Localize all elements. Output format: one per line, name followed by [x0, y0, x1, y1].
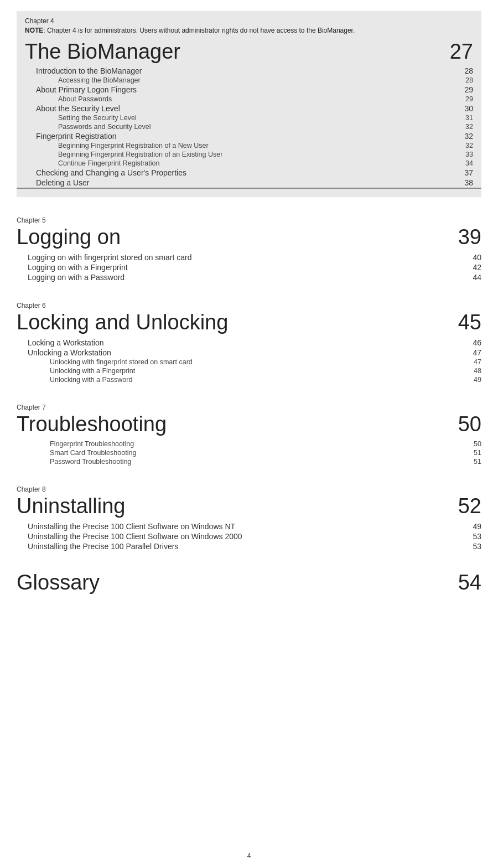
toc-entry: Fingerprint Registration 32 [25, 131, 473, 141]
toc-entry: Logging on with fingerprint stored on sm… [17, 252, 481, 262]
chapter5-page: 39 [458, 225, 481, 249]
chapter6-title: Locking and Unlocking [17, 311, 228, 334]
toc-entry: About the Security Level 30 [25, 104, 473, 113]
toc-entry: Unlocking with a Password 49 [17, 375, 481, 384]
toc-entry: Deleting a User 38 [25, 178, 473, 188]
toc-entry: Uninstalling the Precise 100 Client Soft… [17, 531, 481, 541]
toc-entry: About Passwords 29 [25, 95, 473, 104]
chapter8-label: Chapter 8 [17, 485, 481, 493]
chapter7-page: 50 [458, 412, 481, 436]
toc-entry: Logging on with a Fingerprint 42 [17, 262, 481, 272]
toc-entry: Password Troubleshooting 51 [17, 457, 481, 466]
toc-entry: Continue Fingerprint Registration 34 [25, 159, 473, 168]
toc-entry: Introduction to the BioManager 28 [25, 66, 473, 76]
chapter5-section: Chapter 5 Logging on 39 Logging on with … [17, 208, 481, 291]
chapter7-title: Troubleshooting [17, 412, 167, 436]
chapter5-title-row: Logging on 39 [17, 225, 481, 249]
toc-entry: Checking and Changing a User's Propertie… [25, 168, 473, 178]
chapter7-title-row: Troubleshooting 50 [17, 412, 481, 436]
chapter6-title-row: Locking and Unlocking 45 [17, 311, 481, 334]
chapter4-section: Chapter 4 NOTE: Chapter 4 is for adminis… [17, 11, 481, 197]
toc-entry: Passwords and Security Level 32 [25, 122, 473, 131]
toc-entry: About Primary Logon Fingers 29 [25, 85, 473, 95]
chapter8-title-row: Uninstalling 52 [17, 494, 481, 518]
toc-entry: Unlocking with a Fingerprint 48 [17, 366, 481, 375]
page: Chapter 4 NOTE: Chapter 4 is for adminis… [0, 0, 498, 868]
chapter8-section: Chapter 8 Uninstalling 52 Uninstalling t… [17, 477, 481, 560]
chapter8-page: 52 [458, 494, 481, 518]
chapter4-main-title: The BioManager [25, 40, 180, 64]
toc-entry: Smart Card Troubleshooting 51 [17, 448, 481, 457]
toc-entry: Uninstalling the Precise 100 Parallel Dr… [17, 541, 481, 551]
chapter5-entries: Logging on with fingerprint stored on sm… [17, 252, 481, 282]
toc-entry: Beginning Fingerprint Registration of an… [25, 150, 473, 159]
toc-entry: Accessing the BioManager 28 [25, 76, 473, 85]
chapter8-title: Uninstalling [17, 494, 125, 518]
toc-entry: Logging on with a Password 44 [17, 272, 481, 282]
chapter6-entries: Locking a Workstation 46 Unlocking a Wor… [17, 338, 481, 384]
chapter4-label: Chapter 4 [25, 17, 54, 25]
note-bold: NOTE [25, 27, 43, 34]
chapter5-title: Logging on [17, 225, 121, 249]
footer-page-number: 4 [247, 852, 251, 860]
toc-entry: Unlocking a Workstation 47 [17, 348, 481, 358]
page-footer: 4 [0, 852, 498, 860]
glossary-page: 54 [458, 571, 481, 595]
chapter6-section: Chapter 6 Locking and Unlocking 45 Locki… [17, 293, 481, 392]
chapter4-main-title-row: The BioManager 27 [25, 40, 473, 64]
chapter6-page: 45 [458, 311, 481, 334]
chapter4-note: Chapter 4 NOTE: Chapter 4 is for adminis… [25, 17, 473, 35]
toc-entry: Beginning Fingerprint Registration of a … [25, 141, 473, 150]
toc-entry: Setting the Security Level 31 [25, 113, 473, 122]
toc-entry: Locking a Workstation 46 [17, 338, 481, 348]
chapter8-entries: Uninstalling the Precise 100 Client Soft… [17, 521, 481, 551]
toc-entry: Uninstalling the Precise 100 Client Soft… [17, 521, 481, 531]
toc-entry: Unlocking with fingerprint stored on sma… [17, 358, 481, 366]
glossary-section: Glossary 54 [17, 565, 481, 603]
note-text: : Chapter 4 is for administrators. Users… [43, 27, 355, 34]
glossary-title-row: Glossary 54 [17, 571, 481, 595]
toc-entry: Fingerprint Troubleshooting 50 [17, 440, 481, 448]
chapter6-label: Chapter 6 [17, 302, 481, 309]
chapter7-entries: Fingerprint Troubleshooting 50 Smart Car… [17, 440, 481, 466]
chapter4-main-page: 27 [450, 40, 473, 64]
chapter5-label: Chapter 5 [17, 216, 481, 224]
glossary-title: Glossary [17, 571, 100, 595]
chapter4-entries: Introduction to the BioManager 28 Access… [25, 66, 473, 188]
chapter4-separator [17, 188, 481, 189]
chapter7-section: Chapter 7 Troubleshooting 50 Fingerprint… [17, 395, 481, 474]
chapter7-label: Chapter 7 [17, 404, 481, 411]
